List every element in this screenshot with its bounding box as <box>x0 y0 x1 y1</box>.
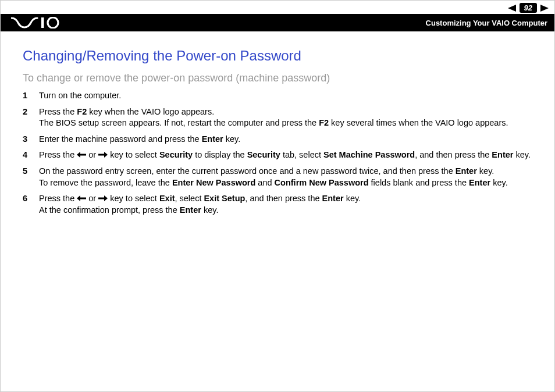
step-row: 2Press the F2 key when the VAIO logo app… <box>23 106 532 129</box>
step-text: Press the or key to select Exit, select … <box>39 193 361 216</box>
svg-rect-2 <box>41 17 44 28</box>
step-text: Enter the machine password and press the… <box>39 134 240 145</box>
arrow-right-icon <box>98 193 108 205</box>
step-row: 5On the password entry screen, enter the… <box>23 166 532 188</box>
bold-text: Enter <box>469 178 490 187</box>
bold-text: Set Machine Password <box>323 150 415 159</box>
next-page-icon[interactable] <box>540 5 549 12</box>
steps-list: 1Turn on the computer.2Press the F2 key … <box>23 90 532 216</box>
page-subtitle: To change or remove the power-on passwor… <box>23 72 532 84</box>
vaio-logo <box>11 17 69 28</box>
content-area: Changing/Removing the Power-on Password … <box>1 31 554 216</box>
section-label: Customizing Your VAIO Computer <box>426 19 547 27</box>
page-title: Changing/Removing the Power-on Password <box>23 48 532 64</box>
step-row: 6Press the or key to select Exit, select… <box>23 193 532 216</box>
svg-marker-0 <box>508 5 516 12</box>
bold-text: Security <box>159 150 193 159</box>
step-text: Press the F2 key when the VAIO logo appe… <box>39 106 508 129</box>
step-number: 3 <box>23 134 39 145</box>
bold-text: Confirm New Password <box>275 178 369 187</box>
step-text: Press the or key to select Security to d… <box>39 149 531 161</box>
bold-text: Enter <box>202 134 223 144</box>
svg-point-3 <box>48 17 58 28</box>
bold-text: Security <box>247 150 280 159</box>
bold-text: Enter New Password <box>172 178 255 187</box>
step-number: 1 <box>23 90 39 102</box>
step-text: Turn on the computer. <box>39 90 121 102</box>
step-row: 4Press the or key to select Security to … <box>23 149 532 161</box>
header-nav: 92 <box>1 1 554 14</box>
step-number: 5 <box>23 166 39 188</box>
step-row: 3Enter the machine password and press th… <box>23 134 532 145</box>
step-text: On the password entry screen, enter the … <box>39 166 508 188</box>
bold-text: Exit Setup <box>204 194 245 203</box>
step-number: 6 <box>23 193 39 216</box>
arrow-left-icon <box>77 193 86 205</box>
bold-text: Enter <box>492 150 513 159</box>
page-number-badge: 92 <box>520 3 537 13</box>
svg-marker-1 <box>540 5 549 12</box>
arrow-right-icon <box>98 149 108 161</box>
bold-text: F2 <box>77 107 87 116</box>
step-number: 4 <box>23 149 39 161</box>
step-row: 1Turn on the computer. <box>23 90 532 102</box>
bold-text: Enter <box>180 205 201 215</box>
prev-page-icon[interactable] <box>508 5 516 12</box>
bold-text: Enter <box>456 166 477 176</box>
bold-text: Enter <box>322 194 344 203</box>
arrow-left-icon <box>77 149 86 161</box>
header-bar: Customizing Your VAIO Computer <box>1 14 554 31</box>
bold-text: F2 <box>319 118 329 127</box>
step-number: 2 <box>23 106 39 129</box>
bold-text: Exit <box>159 194 175 203</box>
